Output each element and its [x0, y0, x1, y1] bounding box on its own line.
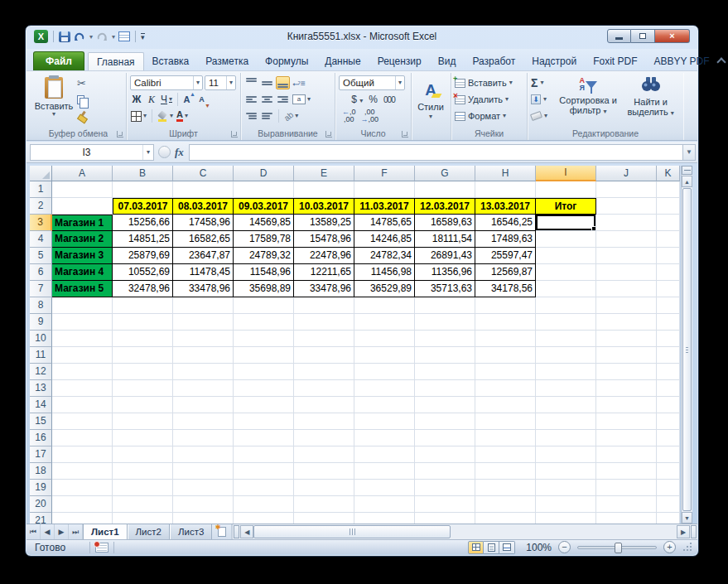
cell-B4[interactable]: 14851,25 — [113, 231, 173, 248]
align-middle-button[interactable] — [260, 76, 274, 89]
cell-K5[interactable] — [657, 248, 680, 264]
cell-I11[interactable] — [536, 347, 596, 364]
cell-A15[interactable] — [52, 413, 113, 430]
cell-C12[interactable] — [173, 364, 234, 380]
name-box[interactable]: I3 ▾ — [30, 144, 154, 161]
cell-E8[interactable] — [294, 297, 354, 314]
cell-B3[interactable]: 15256,66 — [113, 215, 173, 231]
cell-F4[interactable]: 14246,85 — [354, 231, 415, 248]
cell-I5[interactable] — [536, 248, 596, 264]
cell-I1[interactable] — [536, 181, 596, 198]
cell-H7[interactable]: 34178,56 — [475, 281, 536, 297]
cell-K17[interactable] — [657, 446, 680, 463]
scroll-down-icon[interactable]: ▼ — [682, 512, 692, 524]
vertical-scrollbar[interactable]: ▲ ▼ — [681, 166, 692, 524]
cell-J15[interactable] — [596, 413, 657, 430]
cell-G13[interactable] — [415, 380, 475, 397]
cell-A20[interactable] — [52, 496, 113, 513]
next-sheet-icon[interactable]: ▶ — [55, 524, 69, 539]
cell-B15[interactable] — [113, 413, 173, 430]
cell-D11[interactable] — [234, 347, 294, 364]
cell-J14[interactable] — [596, 397, 657, 413]
ribbon-tab-8[interactable]: Разработ — [464, 52, 523, 70]
cell-A6[interactable]: Магазин 4 — [52, 264, 113, 281]
row-header-4[interactable]: 4 — [30, 231, 52, 248]
percent-button[interactable]: % — [369, 94, 378, 105]
decrease-indent-button[interactable] — [244, 109, 258, 123]
cell-E2[interactable]: 10.03.2017 — [294, 198, 354, 215]
align-top-button[interactable] — [244, 76, 258, 89]
cell-I13[interactable] — [536, 380, 596, 397]
cell-C21[interactable] — [173, 513, 234, 524]
cell-C15[interactable] — [173, 413, 234, 430]
ribbon-tab-10[interactable]: Foxit PDF — [585, 52, 645, 70]
cell-F1[interactable] — [354, 181, 415, 198]
prev-sheet-icon[interactable]: ◀ — [41, 524, 55, 539]
cell-C16[interactable] — [173, 430, 234, 446]
cell-F2[interactable]: 11.03.2017 — [354, 198, 415, 215]
cell-D4[interactable]: 17589,78 — [234, 231, 294, 248]
ribbon-tab-7[interactable]: Вид — [430, 52, 465, 70]
cell-F5[interactable]: 24782,34 — [354, 248, 415, 264]
cell-K10[interactable] — [657, 331, 680, 347]
cell-K16[interactable] — [657, 430, 680, 446]
cell-J1[interactable] — [596, 181, 657, 198]
font-family-combo[interactable]: Calibri▾ — [130, 75, 203, 90]
cell-J10[interactable] — [596, 331, 657, 347]
cell-H14[interactable] — [475, 397, 536, 413]
sheet-tab-3[interactable]: Лист3 — [170, 524, 212, 539]
cell-D7[interactable]: 35698,89 — [234, 281, 294, 297]
row-header-15[interactable]: 15 — [30, 413, 52, 430]
column-header-H[interactable]: H — [475, 166, 536, 181]
cell-C18[interactable] — [173, 463, 234, 480]
cell-C8[interactable] — [173, 297, 234, 314]
cell-J20[interactable] — [596, 496, 657, 513]
cell-J2[interactable] — [596, 198, 657, 215]
align-left-button[interactable] — [244, 93, 258, 106]
page-break-view-button[interactable] — [499, 541, 515, 554]
cell-D3[interactable]: 14569,85 — [234, 215, 294, 231]
cell-D2[interactable]: 09.03.2017 — [234, 198, 294, 215]
cell-K3[interactable] — [657, 215, 680, 231]
cell-E17[interactable] — [294, 446, 354, 463]
cell-I10[interactable] — [536, 331, 596, 347]
column-header-D[interactable]: D — [234, 166, 294, 181]
increase-decimal-button[interactable]: ←,0,00 — [342, 109, 356, 123]
cell-D21[interactable] — [234, 513, 294, 524]
cell-K2[interactable] — [657, 198, 680, 215]
cell-F13[interactable] — [354, 380, 415, 397]
cell-G3[interactable]: 16589,63 — [415, 215, 475, 231]
row-header-14[interactable]: 14 — [30, 397, 52, 413]
cell-F6[interactable]: 11456,98 — [354, 264, 415, 281]
cell-C2[interactable]: 08.03.2017 — [173, 198, 234, 215]
row-header-11[interactable]: 11 — [30, 347, 52, 364]
cell-F9[interactable] — [354, 314, 415, 331]
cell-A11[interactable] — [52, 347, 113, 364]
cell-A7[interactable]: Магазин 5 — [52, 281, 113, 297]
cell-G20[interactable] — [415, 496, 475, 513]
cell-A4[interactable]: Магазин 2 — [52, 231, 113, 248]
cell-C17[interactable] — [173, 446, 234, 463]
cell-I6[interactable] — [536, 264, 596, 281]
scroll-right-icon[interactable]: ▶ — [677, 525, 690, 538]
row-header-6[interactable]: 6 — [30, 264, 52, 281]
insert-cells-button[interactable]: Вставить▾ — [455, 75, 523, 91]
cell-H3[interactable]: 16546,25 — [475, 215, 536, 231]
cell-C3[interactable]: 17458,96 — [173, 215, 234, 231]
cell-K14[interactable] — [657, 397, 680, 413]
cell-E6[interactable]: 12211,65 — [294, 264, 354, 281]
horizontal-split-handle[interactable] — [691, 525, 697, 538]
cell-B14[interactable] — [113, 397, 173, 413]
cell-G8[interactable] — [415, 297, 475, 314]
cell-E9[interactable] — [294, 314, 354, 331]
cell-G12[interactable] — [415, 364, 475, 380]
number-format-combo[interactable]: Общий▾ — [339, 75, 405, 90]
cell-C7[interactable]: 33478,96 — [173, 281, 234, 297]
cell-J3[interactable] — [596, 215, 657, 231]
cell-D19[interactable] — [234, 480, 294, 496]
cell-F16[interactable] — [354, 430, 415, 446]
cell-D5[interactable]: 24789,32 — [234, 248, 294, 264]
insert-function-icon[interactable]: fx — [175, 146, 184, 159]
cell-D12[interactable] — [234, 364, 294, 380]
cell-H13[interactable] — [475, 380, 536, 397]
